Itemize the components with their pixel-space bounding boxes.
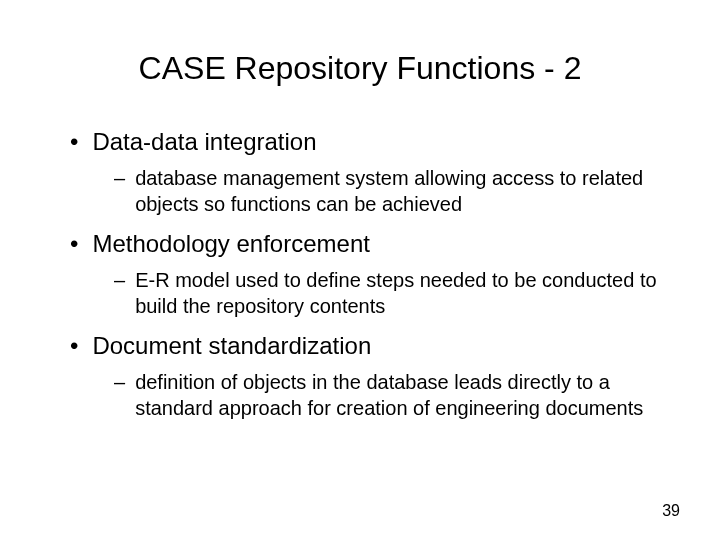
dash-marker-icon: – xyxy=(114,267,125,293)
sub-item: – database management system allowing ac… xyxy=(114,165,670,217)
page-number: 39 xyxy=(662,502,680,520)
bullet-marker-icon: • xyxy=(70,229,78,259)
bullet-text: Document standardization xyxy=(92,331,371,361)
slide-title: CASE Repository Functions - 2 xyxy=(50,50,670,87)
bullet-text: Methodology enforcement xyxy=(92,229,370,259)
sub-item: – definition of objects in the database … xyxy=(114,369,670,421)
dash-marker-icon: – xyxy=(114,165,125,191)
bullet-text: Data-data integration xyxy=(92,127,316,157)
sub-item: – E-R model used to define steps needed … xyxy=(114,267,670,319)
bullet-item: • Methodology enforcement xyxy=(70,229,670,259)
bullet-marker-icon: • xyxy=(70,127,78,157)
bullet-marker-icon: • xyxy=(70,331,78,361)
sub-text: definition of objects in the database le… xyxy=(135,369,660,421)
bullet-item: • Document standardization xyxy=(70,331,670,361)
dash-marker-icon: – xyxy=(114,369,125,395)
sub-text: database management system allowing acce… xyxy=(135,165,660,217)
slide-content: • Data-data integration – database manag… xyxy=(50,127,670,421)
sub-text: E-R model used to define steps needed to… xyxy=(135,267,660,319)
bullet-item: • Data-data integration xyxy=(70,127,670,157)
